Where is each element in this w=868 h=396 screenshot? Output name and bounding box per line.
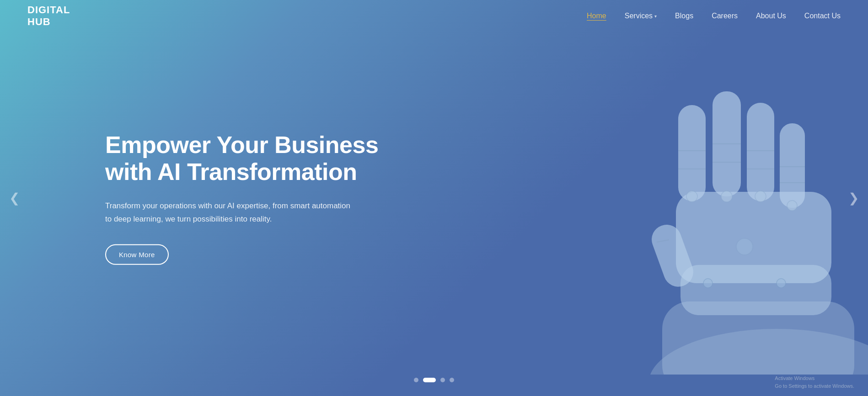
- robot-illustration: [502, 27, 868, 375]
- hero-title: Empower Your Business with AI Transforma…: [105, 131, 389, 186]
- know-more-button[interactable]: Know More: [105, 244, 169, 265]
- nav-item-blogs[interactable]: Blogs: [675, 12, 693, 20]
- nav-item-careers[interactable]: Careers: [712, 12, 738, 20]
- svg-point-20: [755, 191, 766, 202]
- nav-link-about[interactable]: About Us: [756, 12, 786, 20]
- nav-link-contact[interactable]: Contact Us: [804, 12, 841, 20]
- svg-point-21: [787, 201, 797, 211]
- logo[interactable]: DIGITAL HUB: [27, 4, 70, 28]
- carousel-dot-4[interactable]: [450, 378, 454, 382]
- nav-item-about[interactable]: About Us: [756, 12, 786, 20]
- carousel-prev-button[interactable]: ❮: [9, 192, 20, 205]
- svg-rect-15: [780, 123, 805, 208]
- svg-rect-6: [678, 105, 706, 201]
- nav-link-home[interactable]: Home: [587, 12, 606, 20]
- svg-point-24: [777, 279, 786, 288]
- carousel-dot-2[interactable]: [423, 378, 436, 382]
- carousel-dot-1[interactable]: [414, 378, 418, 382]
- nav-item-contact[interactable]: Contact Us: [804, 12, 841, 20]
- svg-rect-12: [747, 103, 774, 201]
- svg-point-23: [703, 279, 713, 288]
- carousel-dots: [414, 378, 454, 382]
- carousel-dot-3[interactable]: [440, 378, 445, 382]
- nav-link-blogs[interactable]: Blogs: [675, 12, 693, 20]
- svg-rect-3: [676, 192, 831, 283]
- nav-link-careers[interactable]: Careers: [712, 12, 738, 20]
- nav-link-services[interactable]: Services ▾: [625, 12, 657, 20]
- nav-item-home[interactable]: Home: [587, 12, 606, 20]
- logo-line2: HUB: [27, 16, 70, 28]
- svg-point-22: [736, 238, 753, 255]
- svg-point-19: [721, 191, 732, 202]
- nav-item-services[interactable]: Services ▾: [625, 12, 657, 20]
- hero-description: Transform your operations with our AI ex…: [105, 200, 352, 226]
- navbar: DIGITAL HUB Home Services ▾ Blogs Career…: [0, 0, 868, 32]
- windows-watermark: Activate Windows Go to Settings to activ…: [775, 375, 854, 390]
- chevron-down-icon: ▾: [654, 14, 657, 19]
- carousel-next-button[interactable]: ❯: [848, 192, 859, 205]
- hero-section: DIGITAL HUB Home Services ▾ Blogs Career…: [0, 0, 868, 396]
- logo-line1: DIGITAL: [27, 4, 70, 16]
- watermark-line2: Go to Settings to activate Windows.: [775, 382, 854, 390]
- watermark-line1: Activate Windows: [775, 375, 854, 382]
- svg-point-18: [686, 191, 697, 202]
- services-label: Services: [625, 12, 653, 20]
- nav-links: Home Services ▾ Blogs Careers About Us C…: [587, 12, 841, 20]
- hero-content: Empower Your Business with AI Transforma…: [105, 131, 389, 264]
